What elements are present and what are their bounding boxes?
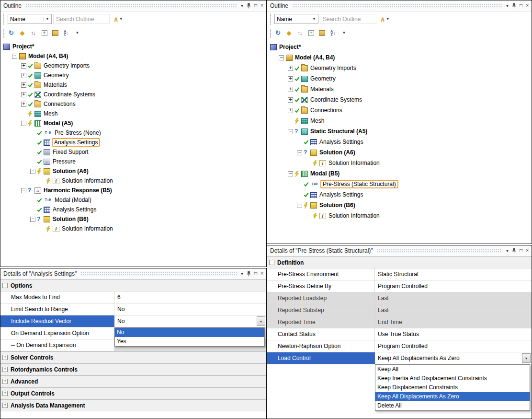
- tree-item-analysis-settings[interactable]: Analysis Settings: [3, 138, 265, 147]
- tree-item-geometry-imports[interactable]: +Geometry Imports: [270, 63, 531, 73]
- tree-item-label[interactable]: Mesh: [309, 117, 325, 124]
- tree-item-project[interactable]: Project*: [3, 42, 265, 51]
- tree-item-pre-stress-none[interactable]: Pre-Stress (None): [3, 128, 265, 138]
- tree-item-label[interactable]: Coordinate Systems: [43, 91, 96, 98]
- dropdown-option[interactable]: Keep Displacement Constraints: [375, 383, 530, 392]
- expand-toggle[interactable]: +: [21, 92, 26, 97]
- property-value[interactable]: Last: [375, 304, 532, 316]
- tree-item-mesh[interactable]: Mesh: [3, 109, 265, 118]
- tree-item-modal-modal[interactable]: Modal (Modal): [3, 195, 265, 205]
- tree-item-label[interactable]: Static Structural (A5): [309, 128, 368, 135]
- expand-arrows-icon[interactable]: ↑↓: [30, 29, 37, 37]
- tree-item-connections[interactable]: +Connections: [3, 99, 265, 109]
- toolbar-drag-handle[interactable]: [269, 28, 272, 38]
- toolbar-drag-handle[interactable]: [2, 13, 5, 25]
- collapse-toggle[interactable]: −: [297, 203, 302, 208]
- tree-item-mesh[interactable]: Mesh: [270, 116, 531, 126]
- worksheet-icon[interactable]: [52, 29, 59, 37]
- tree-item-label[interactable]: Analysis Settings: [52, 206, 97, 213]
- tree-item-label[interactable]: Solution Information: [328, 212, 381, 219]
- tree-item-coordinate-systems[interactable]: +Coordinate Systems: [3, 90, 265, 99]
- collapse-toggle[interactable]: −: [30, 169, 35, 174]
- tree-item-solution-information[interactable]: Solution Information: [270, 158, 531, 168]
- dropdown-option[interactable]: Keep All Displacements As Zero: [375, 392, 530, 401]
- pin-icon[interactable]: [247, 3, 251, 9]
- collapse-toggle[interactable]: −: [288, 129, 293, 134]
- expand-toggle[interactable]: +: [288, 87, 293, 92]
- tree-item-label[interactable]: Modal (B5): [309, 170, 340, 177]
- tree-item-label[interactable]: Solution (B6): [318, 202, 356, 209]
- tree-item-connections[interactable]: +Connections: [270, 105, 531, 116]
- tree-item-solution-b6[interactable]: −?Solution (B6): [3, 214, 265, 224]
- tree-item-label[interactable]: Connections: [309, 107, 343, 114]
- detail-row-pre-stress-environment[interactable]: Pre-Stress EnvironmentStatic Structural: [267, 268, 532, 280]
- tree-item-label[interactable]: Analysis Settings: [52, 138, 100, 147]
- tree-item-geometry-imports[interactable]: +Geometry Imports: [3, 61, 265, 70]
- property-value[interactable]: Program Controlled: [375, 280, 532, 292]
- dropdown-option[interactable]: Keep Inertia And Displacement Constraint…: [375, 374, 530, 383]
- tree-item-pressure[interactable]: Pressure: [3, 157, 265, 166]
- search-expand-icon[interactable]: ∧▼: [113, 15, 123, 23]
- tree-item-label[interactable]: Solution (A6): [318, 149, 356, 156]
- tree-item-model-a4-b4[interactable]: −Model (A4, B4): [270, 52, 531, 63]
- tree-item-analysis-settings[interactable]: Analysis Settings: [3, 205, 265, 214]
- expand-toggle[interactable]: +: [21, 82, 26, 88]
- tree-item-analysis-settings[interactable]: Analysis Settings: [270, 189, 531, 200]
- tree-item-label[interactable]: Fixed Support: [52, 149, 90, 155]
- pin-icon[interactable]: [512, 248, 516, 254]
- property-value[interactable]: No: [114, 303, 266, 315]
- collapse-toggle[interactable]: −: [288, 171, 293, 176]
- tree-item-geometry[interactable]: +Geometry: [3, 70, 265, 80]
- details-section-solver-controls[interactable]: +Solver Controls: [0, 351, 266, 363]
- tree-item-label[interactable]: Project*: [278, 44, 302, 50]
- refresh-icon[interactable]: ↻: [274, 29, 282, 37]
- toolbar-drag-handle[interactable]: [2, 28, 5, 38]
- expand-section-toggle[interactable]: +: [2, 391, 8, 396]
- detail-row-limit-search-to-range[interactable]: Limit Search to RangeNo: [0, 303, 266, 315]
- dropdown-arrow-icon[interactable]: ▼: [257, 316, 265, 326]
- collapse-toggle[interactable]: −: [21, 121, 26, 126]
- detail-row-include-residual-vector[interactable]: Include Residual VectorNo▼: [0, 315, 266, 327]
- tree-item-label[interactable]: Geometry: [309, 75, 337, 82]
- clear-filter-icon[interactable]: ◆: [19, 29, 26, 37]
- pin-icon[interactable]: [247, 271, 251, 277]
- tree-item-label[interactable]: Model (A4, B4): [294, 54, 336, 61]
- close-icon[interactable]: ×: [260, 271, 263, 277]
- close-icon[interactable]: ×: [526, 248, 529, 254]
- float-icon[interactable]: □: [254, 3, 257, 9]
- tree-item-pre-stress-static-structural[interactable]: Pre-Stress (Static Structural): [270, 179, 531, 189]
- tree-item-label[interactable]: Geometry Imports: [43, 62, 91, 69]
- tree-item-static-structural-a5[interactable]: −?Static Structural (A5): [270, 126, 531, 137]
- chevron-down-icon[interactable]: ▾: [506, 248, 509, 254]
- tree-item-materials[interactable]: +Materials: [270, 84, 531, 94]
- collapse-toggle[interactable]: −: [30, 217, 35, 222]
- dropdown-option[interactable]: Yes: [115, 337, 264, 346]
- search-expand-icon[interactable]: ∧▼: [380, 15, 389, 23]
- detail-row-newton-raphson-option[interactable]: Newton-Raphson OptionProgram Controlled: [267, 340, 532, 352]
- refresh-icon[interactable]: ↻: [8, 29, 15, 37]
- tree-item-label[interactable]: Solution Information: [61, 177, 114, 184]
- close-icon[interactable]: ×: [260, 3, 263, 9]
- dropdown-option[interactable]: Delete All: [375, 401, 530, 410]
- tree-item-geometry[interactable]: +Geometry: [270, 73, 531, 84]
- detail-row-reported-loadstep[interactable]: Reported LoadstepLast: [267, 292, 532, 304]
- tree-item-label[interactable]: Coordinate Systems: [309, 96, 363, 103]
- details-section-output-controls[interactable]: +Output Controls: [0, 387, 266, 399]
- float-icon[interactable]: □: [520, 248, 522, 254]
- expand-toggle[interactable]: +: [288, 66, 293, 71]
- detail-row-reported-substep[interactable]: Reported SubstepLast: [267, 304, 532, 316]
- collapse-toggle[interactable]: −: [12, 54, 17, 59]
- collapse-section-toggle[interactable]: −: [2, 283, 8, 288]
- tree-item-label[interactable]: Pre-Stress (Static Structural): [320, 180, 398, 188]
- dropdown-option[interactable]: No: [115, 328, 264, 337]
- tree-item-label[interactable]: Mesh: [43, 110, 58, 117]
- tree-item-label[interactable]: Pressure: [52, 158, 77, 165]
- menu-caret-icon[interactable]: ▼: [340, 29, 348, 37]
- pin-icon[interactable]: [512, 3, 516, 9]
- tree-item-label[interactable]: Solution Information: [61, 225, 114, 232]
- tree-item-solution-a6[interactable]: −Solution (A6): [3, 166, 265, 176]
- tree-item-modal-a5[interactable]: −Modal (A5): [3, 118, 265, 128]
- property-value[interactable]: Program Controlled: [375, 340, 532, 352]
- tree-item-label[interactable]: Geometry Imports: [309, 65, 357, 71]
- tree-item-solution-information[interactable]: Solution Information: [3, 176, 265, 186]
